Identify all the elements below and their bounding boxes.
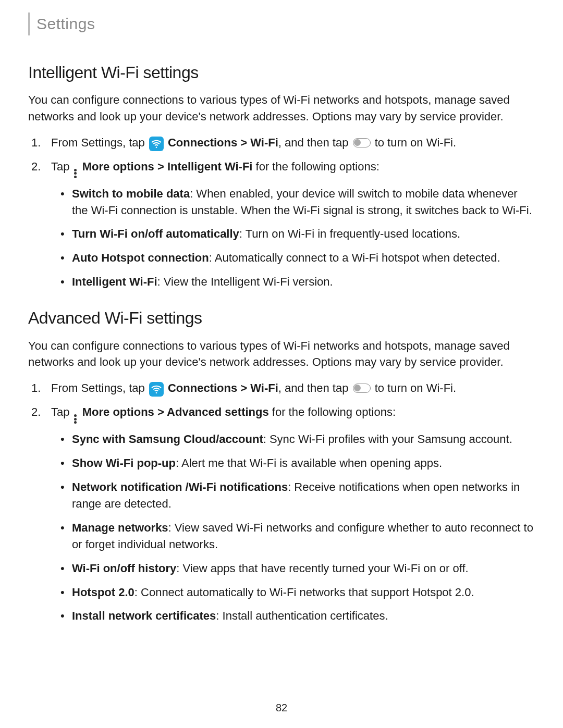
bullet-bold-text: Sync with Samsung Cloud/account: [72, 433, 263, 446]
bullet-bold-text: Manage networks: [72, 521, 168, 534]
toggle-off-icon: [353, 384, 371, 393]
step-list: 1.From Settings, tap Connections > Wi-Fi…: [28, 380, 535, 624]
bullet-item: Auto Hotspot connection: Automatically c…: [72, 250, 535, 266]
step-bold-text: More options > Intelligent Wi-Fi: [82, 160, 253, 173]
toggle-off-icon: [353, 138, 371, 147]
step-number: 2.: [31, 158, 41, 175]
section-intro: You can configure connections to various…: [28, 338, 535, 371]
wifi-icon: [149, 137, 164, 151]
section-heading: Advanced Wi-Fi settings: [28, 306, 535, 330]
page-content: Intelligent Wi-Fi settingsYou can config…: [28, 60, 535, 625]
step-item: 1.From Settings, tap Connections > Wi-Fi…: [51, 134, 535, 151]
bullet-item: Intelligent Wi-Fi: View the Intelligent …: [72, 274, 535, 290]
step-item: 1.From Settings, tap Connections > Wi-Fi…: [51, 380, 535, 397]
bullet-item: Network notification /Wi-Fi notification…: [72, 479, 535, 512]
bullet-bold-text: Turn Wi-Fi on/off automatically: [72, 227, 239, 240]
step-list: 1.From Settings, tap Connections > Wi-Fi…: [28, 134, 535, 290]
section-intro: You can configure connections to various…: [28, 92, 535, 125]
bullet-item: Show Wi-Fi pop-up: Alert me that Wi-Fi i…: [72, 455, 535, 472]
bullet-bold-text: Switch to mobile data: [72, 187, 190, 200]
bullet-item: Hotspot 2.0: Connect automatically to Wi…: [72, 584, 535, 601]
step-item: 2.Tap More options > Advanced settings f…: [51, 404, 535, 624]
bullet-bold-text: Hotspot 2.0: [72, 586, 134, 599]
step-bold-text: Connections > Wi-Fi: [168, 381, 278, 394]
bullet-bold-text: Show Wi-Fi pop-up: [72, 456, 176, 470]
bullet-item: Manage networks: View saved Wi-Fi networ…: [72, 520, 535, 553]
bullet-bold-text: Install network certificates: [72, 609, 216, 622]
step-number: 1.: [31, 134, 41, 151]
section-heading: Intelligent Wi-Fi settings: [28, 60, 535, 84]
step-number: 1.: [31, 380, 41, 397]
bullet-bold-text: Wi-Fi on/off history: [72, 562, 176, 575]
more-options-icon: [74, 414, 77, 424]
step-item: 2.Tap More options > Intelligent Wi-Fi f…: [51, 158, 535, 290]
bullet-bold-text: Network notification /Wi-Fi notification…: [72, 480, 288, 493]
bullet-item: Turn Wi-Fi on/off automatically: Turn on…: [72, 226, 535, 242]
step-number: 2.: [31, 404, 41, 421]
wifi-icon: [149, 382, 164, 397]
bullet-item: Sync with Samsung Cloud/account: Sync Wi…: [72, 431, 535, 448]
page-header: Settings: [28, 13, 535, 35]
bullet-item: Install network certificates: Install au…: [72, 608, 535, 624]
bullet-item: Switch to mobile data: When enabled, you…: [72, 186, 535, 219]
bullet-list: Sync with Samsung Cloud/account: Sync Wi…: [51, 431, 535, 624]
page-number: 82: [0, 700, 563, 715]
bullet-bold-text: Intelligent Wi-Fi: [72, 275, 157, 288]
step-bold-text: Connections > Wi-Fi: [168, 136, 278, 149]
step-bold-text: More options > Advanced settings: [82, 405, 269, 418]
bullet-bold-text: Auto Hotspot connection: [72, 251, 209, 264]
bullet-item: Wi-Fi on/off history: View apps that hav…: [72, 560, 535, 577]
more-options-icon: [74, 169, 77, 178]
bullet-list: Switch to mobile data: When enabled, you…: [51, 186, 535, 290]
